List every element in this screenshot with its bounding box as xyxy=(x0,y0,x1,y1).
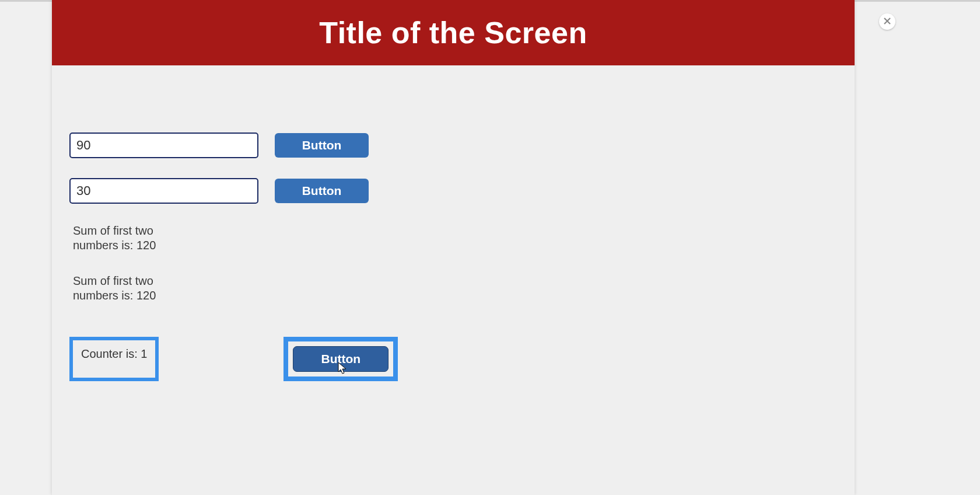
screen-container: Title of the Screen Button Button Sum of… xyxy=(52,0,855,495)
number-input-1[interactable] xyxy=(69,133,258,158)
counter-button-frame: Button xyxy=(284,337,398,381)
counter-button[interactable]: Button xyxy=(293,346,388,372)
close-icon xyxy=(884,16,891,27)
button-row-1[interactable]: Button xyxy=(275,133,369,158)
sum-label-2: Sum of first two numbers is: 120 xyxy=(73,274,172,303)
counter-display: Counter is: 1 xyxy=(69,337,159,381)
button-row-2[interactable]: Button xyxy=(275,179,369,203)
page-title: Title of the Screen xyxy=(319,15,587,50)
input-row-1: Button xyxy=(69,133,837,158)
sum-label-1: Sum of first two numbers is: 120 xyxy=(73,224,172,253)
counter-row: Counter is: 1 Button xyxy=(69,337,837,381)
input-row-2: Button xyxy=(69,178,837,204)
close-button[interactable] xyxy=(879,13,895,30)
content-area: Button Button Sum of first two numbers i… xyxy=(52,65,855,381)
number-input-2[interactable] xyxy=(69,178,258,204)
header-bar: Title of the Screen xyxy=(52,0,855,65)
